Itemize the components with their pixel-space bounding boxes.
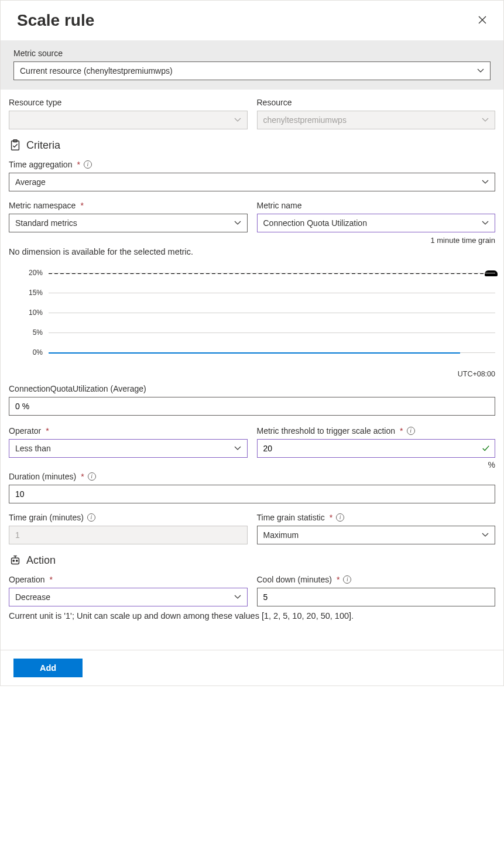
required-indicator: *: [80, 201, 83, 210]
cqu-label: ConnectionQuotaUtilization (Average): [9, 384, 495, 393]
threshold-unit: %: [257, 460, 496, 469]
resource-label: Resource: [257, 98, 496, 107]
threshold-input-wrapper[interactable]: [257, 439, 496, 458]
metric-source-value: Current resource (chenyltestpremiumwps): [20, 66, 173, 76]
dimension-note: No dimension is available for the select…: [9, 247, 495, 256]
chevron-down-icon: [477, 67, 484, 74]
time-grain-input: [9, 526, 248, 544]
scale-note: Current unit is '1'; Unit can scale up a…: [9, 611, 495, 621]
resource-value: chenyltestpremiumwps: [263, 115, 347, 125]
time-grain-label: Time grain (minutes): [9, 513, 84, 522]
operation-value: Decrease: [15, 592, 50, 602]
info-icon[interactable]: i: [336, 513, 344, 522]
info-icon[interactable]: i: [88, 472, 96, 481]
time-grain-stat-value: Maximum: [263, 530, 299, 540]
metric-name-label: Metric name: [257, 201, 496, 210]
required-indicator: *: [46, 426, 49, 436]
operator-label: Operator: [9, 426, 41, 436]
time-grain-stat-label: Time grain statistic: [257, 513, 325, 522]
chevron-down-icon: [482, 116, 489, 124]
chart-y-tick: 10%: [29, 308, 43, 317]
operation-dropdown[interactable]: Decrease: [9, 588, 248, 606]
close-icon[interactable]: [478, 14, 487, 28]
resource-type-dropdown: [9, 111, 248, 129]
time-aggregation-value: Average: [15, 177, 46, 187]
required-indicator: *: [400, 426, 403, 436]
required-indicator: *: [77, 160, 80, 169]
svg-point-3: [13, 560, 14, 561]
clipboard-icon: [9, 139, 22, 152]
robot-icon: [9, 554, 22, 567]
time-aggregation-dropdown[interactable]: Average: [9, 173, 495, 191]
add-button[interactable]: Add: [13, 659, 83, 677]
chevron-down-icon: [234, 445, 241, 452]
threshold-label: Metric threshold to trigger scale action: [257, 426, 396, 436]
metric-name-dropdown[interactable]: Connection Quota Utilization: [257, 214, 496, 232]
chart-marker-icon: [485, 270, 498, 276]
chevron-down-icon: [234, 116, 241, 124]
metric-name-value: Connection Quota Utilization: [263, 218, 367, 228]
resource-dropdown: chenyltestpremiumwps: [257, 111, 496, 129]
criteria-heading: Criteria: [26, 139, 60, 152]
required-indicator: *: [49, 575, 52, 584]
metric-time-grain-hint: 1 minute time grain: [257, 236, 496, 245]
metric-namespace-label: Metric namespace: [9, 201, 76, 210]
page-title: Scale rule: [17, 11, 94, 30]
operator-value: Less than: [15, 444, 51, 453]
info-icon[interactable]: i: [343, 575, 351, 584]
chart-y-tick: 20%: [29, 269, 43, 277]
metric-source-label: Metric source: [13, 49, 491, 58]
chevron-down-icon: [482, 220, 489, 227]
svg-point-4: [16, 560, 18, 561]
operation-label: Operation: [9, 575, 44, 584]
operator-dropdown[interactable]: Less than: [9, 439, 248, 458]
chevron-down-icon: [234, 594, 241, 601]
duration-input[interactable]: [9, 485, 495, 503]
action-heading: Action: [26, 554, 56, 567]
chart-y-tick: 15%: [29, 289, 43, 297]
metric-namespace-value: Standard metrics: [15, 218, 77, 228]
chevron-down-icon: [482, 532, 489, 539]
chart-y-tick: 5%: [33, 328, 43, 337]
time-grain-stat-dropdown[interactable]: Maximum: [257, 526, 496, 544]
chart-y-tick: 0%: [33, 348, 43, 356]
info-icon[interactable]: i: [87, 513, 95, 522]
required-indicator: *: [337, 575, 340, 584]
cooldown-input[interactable]: [257, 588, 496, 606]
required-indicator: *: [81, 472, 84, 481]
resource-type-label: Resource type: [9, 98, 248, 107]
chart-timezone: UTC+08:00: [9, 370, 495, 378]
chevron-down-icon: [482, 179, 489, 186]
threshold-input[interactable]: [263, 444, 482, 453]
chart-series-line: [49, 352, 460, 354]
info-icon[interactable]: i: [84, 160, 92, 169]
time-aggregation-label: Time aggregation: [9, 160, 72, 169]
duration-label: Duration (minutes): [9, 472, 76, 481]
metric-source-dropdown[interactable]: Current resource (chenyltestpremiumwps): [13, 61, 491, 80]
cooldown-label: Cool down (minutes): [257, 575, 332, 584]
cqu-value-field[interactable]: [9, 397, 495, 416]
metric-namespace-dropdown[interactable]: Standard metrics: [9, 214, 248, 232]
chevron-down-icon: [234, 220, 241, 227]
info-icon[interactable]: i: [407, 427, 415, 435]
valid-check-icon: [482, 444, 490, 453]
required-indicator: *: [330, 513, 332, 522]
metric-chart: 20% 15% 10% 5% 0%: [23, 268, 495, 368]
